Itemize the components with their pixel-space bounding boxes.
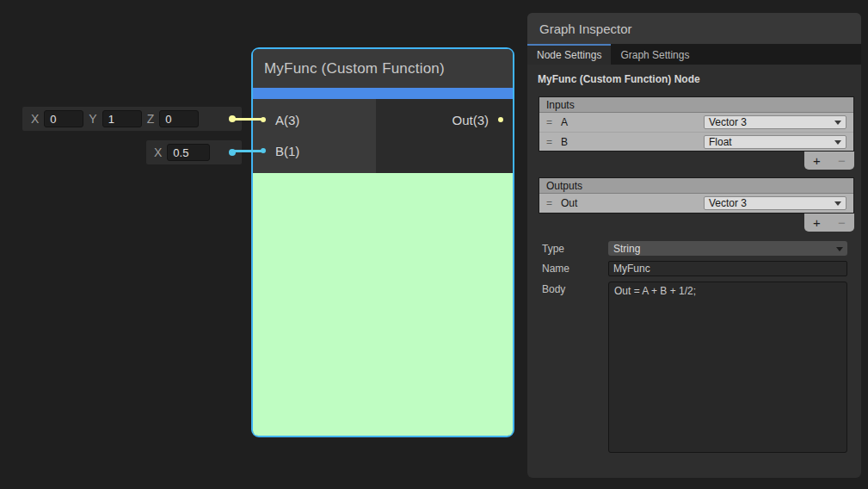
input-row-b[interactable]: = B Float <box>539 132 853 151</box>
remove-output-button[interactable]: − <box>829 214 854 232</box>
port-row-b: B(1) <box>253 135 376 166</box>
inputs-list-buttons: + − <box>804 152 854 170</box>
inspector-tabs: Node Settings Graph Settings <box>527 44 861 65</box>
node-color-bar <box>253 88 513 99</box>
name-label: Name <box>542 263 608 275</box>
node-title[interactable]: MyFunc (Custom Function) <box>253 49 513 88</box>
body-field-row: Body Out = A + B + 1/2; <box>542 282 847 453</box>
type-dropdown[interactable]: String <box>608 241 847 256</box>
tab-node-settings[interactable]: Node Settings <box>527 44 611 65</box>
input-a-type-value: Vector 3 <box>709 116 747 128</box>
chevron-down-icon <box>836 247 843 251</box>
input-ports-column: A(3) B(1) <box>253 99 376 173</box>
output-ports-column: Out(3) <box>376 99 513 173</box>
add-input-button[interactable]: + <box>804 152 829 170</box>
input-b-type-dropdown[interactable]: Float <box>704 135 846 149</box>
input-b-name: B <box>561 136 568 148</box>
y-value-field[interactable]: 1 <box>102 110 142 127</box>
shader-graph-editor: { "colors": { "selection": "#40B4F4", "t… <box>0 0 868 489</box>
outputs-section: Outputs = Out Vector 3 <box>539 177 854 214</box>
function-body-textarea[interactable]: Out = A + B + 1/2; <box>608 282 847 453</box>
outputs-section-header: Outputs <box>539 178 853 194</box>
chevron-down-icon <box>834 121 841 125</box>
input-a-type-dropdown[interactable]: Vector 3 <box>704 115 846 129</box>
vector3-default-widget: X 0 Y 1 Z 0 <box>22 107 242 131</box>
edge-float-wire[interactable] <box>232 150 262 152</box>
z-value-field[interactable]: 0 <box>159 110 199 127</box>
inputs-section-header: Inputs <box>539 97 853 113</box>
input-a-name: A <box>561 116 568 128</box>
input-b-type-value: Float <box>709 136 732 148</box>
x-value-field[interactable]: 0 <box>44 110 83 127</box>
body-label: Body <box>542 282 608 295</box>
port-b-label: B(1) <box>275 144 299 158</box>
output-out-type-value: Vector 3 <box>709 197 747 209</box>
port-out-label: Out(3) <box>452 113 489 127</box>
type-label: Type <box>542 243 608 255</box>
float-value-field[interactable]: 0.5 <box>167 144 210 161</box>
output-out-name: Out <box>561 197 577 209</box>
name-field-row: Name <box>542 261 847 276</box>
chevron-down-icon <box>834 140 841 145</box>
output-out-type-dropdown[interactable]: Vector 3 <box>704 196 846 210</box>
tab-graph-settings[interactable]: Graph Settings <box>611 44 699 65</box>
inspector-title[interactable]: Graph Inspector <box>527 13 861 44</box>
graph-inspector-panel: Graph Inspector Node Settings Graph Sett… <box>527 13 861 478</box>
edge-vector3-wire[interactable] <box>232 118 262 121</box>
node-ports: A(3) B(1) Out(3) <box>253 99 513 173</box>
inputs-section: Inputs = A Vector 3 = B Float <box>539 96 854 152</box>
output-row-out[interactable]: = Out Vector 3 <box>539 194 853 213</box>
custom-function-node[interactable]: MyFunc (Custom Function) A(3) B(1) Out(3… <box>251 47 514 437</box>
function-name-input[interactable] <box>608 261 847 276</box>
port-a-label: A(3) <box>275 113 299 127</box>
chevron-down-icon <box>834 201 841 206</box>
port-out-connector[interactable] <box>498 117 503 122</box>
y-field-label: Y <box>89 112 96 126</box>
x-field-label: X <box>154 145 162 159</box>
drag-handle-icon[interactable]: = <box>546 197 561 209</box>
type-field-row: Type String <box>542 241 847 256</box>
inspected-node-title: MyFunc (Custom Function) Node <box>538 73 851 85</box>
z-field-label: Z <box>147 112 155 126</box>
port-row-a: A(3) <box>253 104 376 135</box>
input-row-a[interactable]: = A Vector 3 <box>539 113 853 132</box>
port-row-out: Out(3) <box>376 104 513 135</box>
type-value: String <box>613 243 640 255</box>
add-output-button[interactable]: + <box>804 214 829 232</box>
x-field-label: X <box>31 112 39 126</box>
outputs-list-buttons: + − <box>804 214 854 232</box>
node-preview <box>253 173 513 436</box>
drag-handle-icon[interactable]: = <box>546 136 561 148</box>
drag-handle-icon[interactable]: = <box>546 116 561 128</box>
float-default-widget: X 0.5 <box>146 140 242 164</box>
remove-input-button[interactable]: − <box>829 152 854 170</box>
